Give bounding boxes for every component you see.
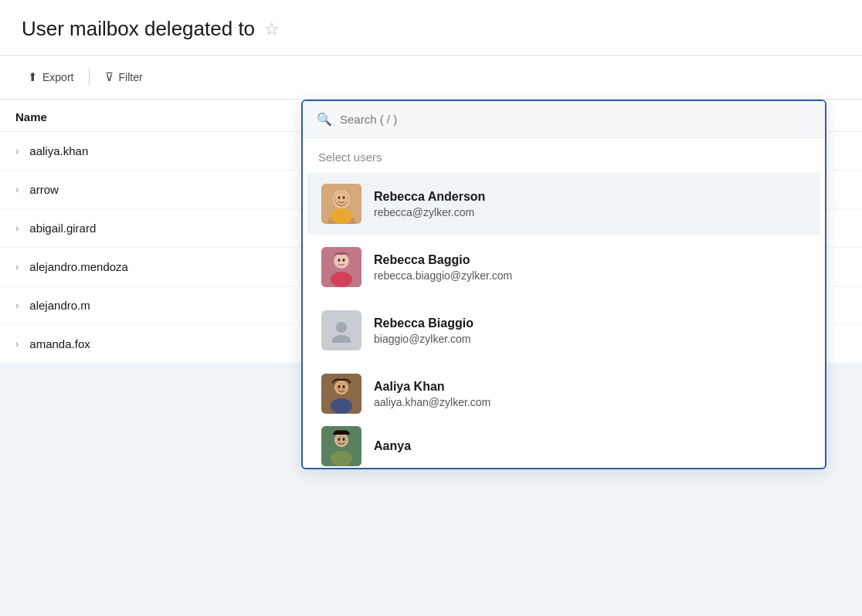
- chevron-right-icon: ›: [15, 145, 19, 157]
- svg-point-8: [331, 208, 352, 224]
- avatar: [321, 247, 361, 287]
- list-item[interactable]: Rebecca Baggio rebecca.biaggio@zylker.co…: [307, 236, 820, 298]
- user-email: aaliya.khan@zylker.com: [374, 396, 490, 408]
- select-users-label: Select users: [303, 138, 825, 171]
- user-email: rebecca@zylker.com: [374, 206, 485, 218]
- user-name: Rebecca Anderson: [374, 190, 485, 204]
- svg-point-12: [338, 259, 341, 262]
- svg-point-22: [331, 398, 352, 414]
- svg-point-26: [338, 438, 341, 441]
- svg-point-7: [343, 196, 345, 199]
- list-item[interactable]: Rebecca Biaggio biaggio@zylker.com: [307, 300, 820, 361]
- star-icon[interactable]: ☆: [264, 19, 280, 39]
- row-name: amanda.fox: [29, 337, 90, 350]
- svg-point-15: [336, 322, 347, 333]
- svg-point-14: [331, 272, 352, 287]
- user-email: rebecca.biaggio@zylker.com: [374, 269, 512, 282]
- user-info: Aaliya Khan aaliya.khan@zylker.com: [374, 380, 490, 408]
- main-container: User mailbox delegated to ☆ ⬆ Export ⊽ F…: [0, 0, 862, 616]
- svg-point-20: [338, 385, 341, 388]
- user-email: biaggio@zylker.com: [374, 333, 473, 345]
- row-name: alejandro.m: [29, 299, 90, 312]
- toolbar-divider: [89, 69, 90, 86]
- svg-point-28: [331, 451, 352, 466]
- filter-icon: ⊽: [105, 70, 114, 84]
- avatar: [321, 184, 361, 224]
- page-header: User mailbox delegated to ☆: [0, 0, 862, 56]
- row-name: alejandro.mendoza: [29, 260, 128, 273]
- search-input[interactable]: [340, 113, 811, 126]
- export-button[interactable]: ⬆ Export: [15, 65, 86, 90]
- export-label: Export: [42, 71, 73, 83]
- user-info: Rebecca Biaggio biaggio@zylker.com: [374, 316, 473, 345]
- export-icon: ⬆: [28, 70, 38, 84]
- toolbar: ⬆ Export ⊽ Filter: [0, 56, 862, 100]
- chevron-right-icon: ›: [15, 338, 19, 350]
- list-item[interactable]: Aaliya Khan aaliya.khan@zylker.com: [307, 363, 820, 425]
- chevron-right-icon: ›: [15, 300, 19, 311]
- list-item[interactable]: Rebecca Anderson rebecca@zylker.com: [307, 173, 820, 235]
- chevron-right-icon: ›: [15, 261, 19, 272]
- row-name: arrow: [29, 183, 59, 196]
- svg-point-13: [343, 259, 345, 262]
- svg-point-16: [332, 335, 351, 343]
- chevron-right-icon: ›: [15, 184, 19, 195]
- name-column-header: Name: [15, 110, 47, 124]
- user-info: Rebecca Anderson rebecca@zylker.com: [374, 190, 485, 218]
- user-name: Aaliya Khan: [374, 380, 490, 394]
- filter-button[interactable]: ⊽ Filter: [93, 65, 154, 90]
- svg-point-6: [338, 196, 341, 199]
- user-select-dropdown: 🔍 Select users: [301, 100, 826, 469]
- content-area: Name › aaliya.khan › arrow › abigail.gir…: [0, 100, 862, 364]
- avatar: [321, 426, 361, 466]
- svg-point-21: [343, 385, 345, 388]
- user-name: Rebecca Biaggio: [374, 316, 473, 330]
- search-bar: 🔍: [303, 101, 825, 138]
- page-title: User mailbox delegated to: [22, 17, 255, 41]
- filter-label: Filter: [118, 71, 142, 83]
- user-name: Rebecca Baggio: [374, 253, 512, 267]
- row-name: abigail.girard: [29, 222, 96, 235]
- svg-point-27: [343, 438, 345, 441]
- user-name: Aanya: [374, 439, 411, 453]
- user-info: Aanya: [374, 439, 411, 453]
- user-info: Rebecca Baggio rebecca.biaggio@zylker.co…: [374, 253, 512, 282]
- row-name: aaliya.khan: [29, 144, 88, 157]
- list-item[interactable]: Aanya: [307, 426, 820, 466]
- chevron-right-icon: ›: [15, 222, 19, 234]
- search-icon: 🔍: [317, 112, 332, 127]
- avatar-placeholder: [321, 310, 361, 350]
- avatar: [321, 374, 361, 414]
